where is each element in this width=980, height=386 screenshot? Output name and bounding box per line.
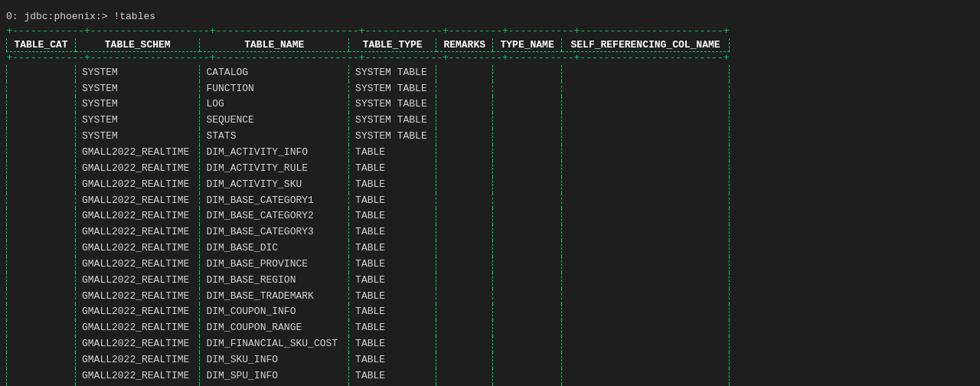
cell-cat — [7, 193, 76, 209]
col-type-name: TYPE_NAME — [493, 38, 562, 52]
table-row: SYSTEMSEQUENCESYSTEM TABLE — [7, 113, 730, 129]
cell-remarks — [436, 240, 493, 257]
cell-type: TABLE — [349, 193, 436, 209]
cell-type: TABLE — [349, 336, 436, 352]
cell-self-ref — [562, 224, 730, 240]
cell-remarks — [436, 273, 493, 289]
cell-schem: GMALL2022_REALTIME — [76, 304, 200, 320]
cell-type: TABLE — [349, 240, 436, 257]
cell-name: DIM_COUPON_INFO — [200, 304, 349, 320]
cell-remarks — [436, 96, 493, 113]
cell-remarks — [436, 320, 493, 336]
cell-type: TABLE — [349, 177, 436, 193]
cell-cat — [7, 257, 76, 273]
cell-type: TABLE — [349, 208, 436, 224]
cell-name: STATS — [200, 129, 349, 145]
cell-remarks — [436, 81, 493, 97]
cell-type: TABLE — [349, 145, 436, 161]
table-row: SYSTEMLOGSYSTEM TABLE — [7, 96, 730, 113]
cell-type-name — [493, 368, 562, 384]
cell-cat — [7, 129, 76, 145]
cell-type-name — [493, 208, 562, 224]
cell-schem: GMALL2022_REALTIME — [76, 161, 200, 177]
results-grid: +------------+--------------------+-----… — [6, 25, 730, 386]
cell-cat — [7, 145, 76, 161]
table-row: GMALL2022_REALTIMEDIM_BASE_PROVINCETABLE — [7, 257, 730, 273]
cell-cat — [7, 81, 76, 97]
table-row: GMALL2022_REALTIMEDIM_FINANCIAL_SKU_COST… — [7, 336, 730, 352]
cell-self-ref — [562, 113, 730, 129]
cell-self-ref — [562, 161, 730, 177]
cell-remarks — [436, 177, 493, 193]
table-row: GMALL2022_REALTIMEDIM_ACTIVITY_SKUTABLE — [7, 177, 730, 193]
cell-type-name — [493, 304, 562, 320]
cell-type: TABLE — [349, 368, 436, 384]
cell-type: TABLE — [349, 224, 436, 240]
cell-name: DIM_BASE_CATEGORY3 — [200, 224, 349, 240]
cell-schem: GMALL2022_REALTIME — [76, 145, 200, 161]
cell-name: CATALOG — [200, 65, 349, 81]
cell-remarks — [436, 65, 493, 81]
cell-cat — [7, 65, 76, 81]
cell-cat — [7, 240, 76, 257]
cell-remarks — [436, 161, 493, 177]
cell-name: DIM_BASE_CATEGORY2 — [200, 208, 349, 224]
cell-cat — [7, 289, 76, 305]
cell-type: TABLE — [349, 352, 436, 368]
cell-type-name — [493, 224, 562, 240]
query-result-table: +------------+--------------------+-----… — [6, 25, 974, 386]
col-table-name: TABLE_NAME — [200, 38, 349, 52]
cell-cat — [7, 352, 76, 368]
cell-remarks — [436, 129, 493, 145]
cell-remarks — [436, 336, 493, 352]
cell-type-name — [493, 352, 562, 368]
cell-type: SYSTEM TABLE — [349, 81, 436, 97]
cell-self-ref — [562, 65, 730, 81]
cell-name: DIM_BASE_CATEGORY1 — [200, 193, 349, 209]
cell-self-ref — [562, 336, 730, 352]
cell-self-ref — [562, 240, 730, 257]
table-row: SYSTEMCATALOGSYSTEM TABLE — [7, 65, 730, 81]
header-border-bottom: +------------+--------------------+-----… — [7, 51, 730, 64]
cell-name: DIM_ACTIVITY_SKU — [200, 177, 349, 193]
table-row: GMALL2022_REALTIMEDIM_BASE_REGIONTABLE — [7, 273, 730, 289]
cell-schem: GMALL2022_REALTIME — [76, 224, 200, 240]
cell-type-name — [493, 96, 562, 113]
cell-name: DIM_ACTIVITY_INFO — [200, 145, 349, 161]
cell-type: SYSTEM TABLE — [349, 129, 436, 145]
table-row: GMALL2022_REALTIMEDIM_COUPON_RANGETABLE — [7, 320, 730, 336]
cell-name: DIM_BASE_DIC — [200, 240, 349, 257]
cell-type: SYSTEM TABLE — [349, 113, 436, 129]
cell-cat — [7, 177, 76, 193]
cell-schem: GMALL2022_REALTIME — [76, 289, 200, 305]
cell-remarks — [436, 257, 493, 273]
cell-type-name — [493, 257, 562, 273]
cell-type-name — [493, 65, 562, 81]
cell-name: DIM_BASE_PROVINCE — [200, 257, 349, 273]
cell-type-name — [493, 145, 562, 161]
cell-self-ref — [562, 320, 730, 336]
cell-cat — [7, 304, 76, 320]
header-border-top: +------------+--------------------+-----… — [7, 25, 730, 38]
cell-type-name — [493, 161, 562, 177]
column-headers: TABLE_CAT TABLE_SCHEM TABLE_NAME TABLE_T… — [7, 38, 730, 52]
cell-cat — [7, 161, 76, 177]
cell-schem: SYSTEM — [76, 96, 200, 113]
cell-cat — [7, 113, 76, 129]
cell-type-name — [493, 336, 562, 352]
cell-name: SEQUENCE — [200, 113, 349, 129]
cell-schem: GMALL2022_REALTIME — [76, 352, 200, 368]
cell-schem: GMALL2022_REALTIME — [76, 257, 200, 273]
cell-type-name — [493, 273, 562, 289]
table-row: GMALL2022_REALTIMEDIM_BASE_DICTABLE — [7, 240, 730, 257]
cell-type-name — [493, 129, 562, 145]
table-row: GMALL2022_REALTIMEDIM_BASE_CATEGORY1TABL… — [7, 193, 730, 209]
cell-type-name — [493, 320, 562, 336]
cell-cat — [7, 368, 76, 384]
cell-cat — [7, 320, 76, 336]
cell-schem: GMALL2022_REALTIME — [76, 193, 200, 209]
cell-remarks — [436, 208, 493, 224]
table-row: GMALL2022_REALTIMEDIM_COUPON_INFOTABLE — [7, 304, 730, 320]
cell-type-name — [493, 177, 562, 193]
table-row: GMALL2022_REALTIMEDIM_BASE_CATEGORY3TABL… — [7, 224, 730, 240]
